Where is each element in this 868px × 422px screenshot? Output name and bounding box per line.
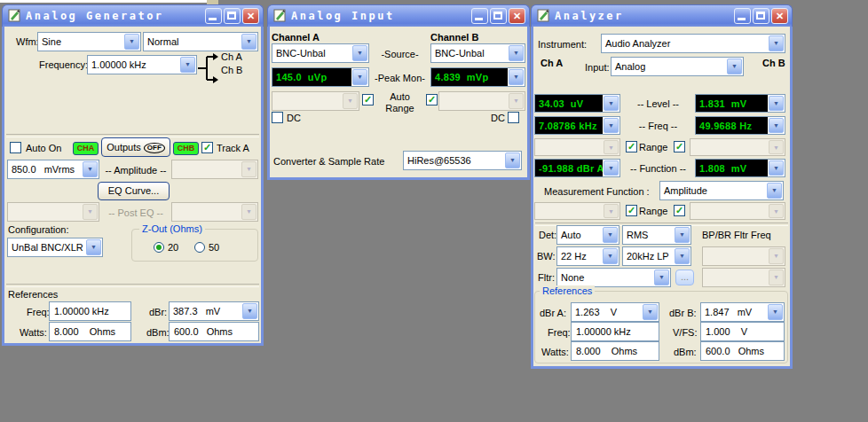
fltr-select[interactable]: None	[556, 268, 671, 287]
source-b-value: BNC-Unbal	[431, 44, 508, 62]
instrument-select[interactable]: Audio Analyzer	[601, 34, 785, 53]
ref-freq-input[interactable]: 1.00000 kHz	[571, 322, 659, 341]
bw-select[interactable]: 22 Hz	[556, 246, 619, 266]
dropdown-arrow-icon[interactable]	[769, 118, 784, 133]
measurement-function-value: Amplitude	[660, 182, 766, 199]
dc-a-checkbox[interactable]	[272, 112, 283, 123]
peak-monitor-b[interactable]: 4.839 mVp	[430, 67, 525, 87]
track-a-checkbox[interactable]	[201, 142, 213, 153]
dropdown-arrow-icon[interactable]	[505, 152, 520, 168]
dropdown-arrow-icon[interactable]	[727, 59, 742, 74]
auto-on-checkbox[interactable]	[10, 142, 21, 153]
analyzer-titlebar[interactable]: Analyzer ✕	[531, 4, 793, 27]
function-range-a-checkbox[interactable]	[626, 205, 637, 216]
source-a-select[interactable]: BNC-Unbal	[272, 43, 369, 63]
dropdown-arrow-icon[interactable]	[241, 34, 256, 50]
maximize-button[interactable]	[490, 8, 507, 24]
dropdown-arrow-icon[interactable]	[767, 183, 782, 199]
dropdown-arrow-icon[interactable]	[242, 303, 257, 319]
close-button[interactable]: ✕	[242, 8, 259, 24]
dropdown-arrow-icon[interactable]	[769, 96, 784, 111]
ref-dbr-select[interactable]: 387.3 mV	[169, 301, 259, 321]
detector-select[interactable]: Auto	[556, 225, 619, 245]
minimize-icon	[738, 18, 746, 20]
dropdown-arrow-icon[interactable]	[180, 57, 195, 73]
analog-input-titlebar[interactable]: Analog Input ✕	[267, 4, 530, 27]
eq-curve-button[interactable]: EQ Curve...	[98, 182, 170, 200]
converter-select[interactable]: HiRes@65536	[403, 151, 522, 170]
minimize-button[interactable]	[471, 8, 488, 24]
amplitude-a-select[interactable]: 850.0 mVrms	[7, 160, 99, 179]
waveform-select[interactable]: Sine	[37, 32, 141, 51]
dropdown-arrow-icon[interactable]	[124, 34, 139, 50]
dropdown-arrow-icon[interactable]	[675, 227, 690, 243]
dropdown-arrow-icon[interactable]	[509, 69, 524, 85]
zout-50-radio[interactable]	[194, 242, 205, 253]
dc-b-checkbox[interactable]	[508, 112, 519, 123]
dropdown-arrow-icon[interactable]	[603, 248, 618, 264]
dropdown-arrow-icon[interactable]	[675, 248, 690, 264]
ref-dbra-select[interactable]: 1.263 V	[571, 302, 659, 322]
ref-dbm-input[interactable]: 600.0 Ohms	[700, 341, 785, 361]
ref-vfs-input[interactable]: 1.000 V	[700, 322, 785, 341]
minimize-button[interactable]	[734, 8, 751, 24]
dropdown-arrow-icon[interactable]	[83, 161, 98, 177]
ref-watts-label: Watts:	[541, 347, 569, 358]
peak-monitor-a[interactable]: 145.0 uVp	[272, 67, 369, 87]
measurement-function-select[interactable]: Amplitude	[659, 181, 784, 200]
minimize-button[interactable]	[205, 8, 222, 24]
detector-value: Auto	[557, 226, 602, 244]
dropdown-arrow-icon[interactable]	[86, 239, 101, 255]
close-button[interactable]: ✕	[771, 8, 788, 24]
ref-dbm-input[interactable]: 600.0 Ohms	[169, 322, 259, 341]
channel-b-output-button[interactable]: CHB	[173, 142, 199, 155]
freq-meter-b[interactable]: 49.9688 Hz	[695, 116, 785, 135]
range-b-checkbox[interactable]	[674, 141, 685, 152]
dropdown-arrow-icon[interactable]	[604, 118, 619, 133]
channel-a-output-button[interactable]: CHA	[73, 142, 99, 155]
minimize-icon	[475, 18, 483, 20]
freq-meter-a[interactable]: 7.08786 kHz	[534, 116, 620, 135]
dropdown-arrow-icon[interactable]	[769, 35, 784, 51]
detector-type-select[interactable]: RMS	[622, 225, 691, 245]
maximize-button[interactable]	[753, 8, 769, 24]
dropdown-arrow-icon[interactable]	[768, 304, 783, 320]
ref-watts-input[interactable]: 8.000 Ohms	[49, 322, 131, 341]
ref-dbrb-select[interactable]: 1.847 mV	[700, 302, 785, 322]
dropdown-arrow-icon[interactable]	[603, 227, 618, 243]
analog-generator-titlebar[interactable]: Analog Generator ✕	[2, 4, 264, 27]
dropdown-arrow-icon[interactable]	[769, 160, 784, 176]
function-meter-a[interactable]: -91.988 dBr A	[534, 159, 620, 177]
bw-type-select[interactable]: 20kHz LP	[622, 246, 691, 266]
fltr-browse-button[interactable]: ...	[675, 270, 694, 285]
outputs-button[interactable]: Outputs OFF	[101, 137, 170, 157]
level-meter-b[interactable]: 1.831 mV	[695, 94, 785, 113]
maximize-button[interactable]	[224, 8, 241, 24]
range-a-checkbox[interactable]	[626, 141, 637, 152]
dropdown-arrow-icon[interactable]	[604, 96, 619, 111]
close-button[interactable]: ✕	[509, 8, 525, 24]
dropdown-arrow-icon[interactable]	[352, 69, 367, 85]
dropdown-arrow-icon	[241, 161, 256, 177]
converter-value: HiRes@65536	[404, 152, 504, 169]
dropdown-arrow-icon[interactable]	[352, 45, 367, 61]
function-a-value: -91.988 dBr A	[535, 160, 603, 176]
source-b-select[interactable]: BNC-Unbal	[430, 43, 525, 63]
waveform-mode-select[interactable]: Normal	[143, 32, 258, 51]
dropdown-arrow-icon[interactable]	[643, 304, 658, 320]
function-range-b-checkbox[interactable]	[674, 205, 685, 216]
function-b-value: 1.808 mV	[696, 160, 768, 176]
frequency-select[interactable]: 1.00000 kHz	[87, 55, 197, 74]
function-meter-b[interactable]: 1.808 mV	[695, 159, 785, 177]
ref-watts-input[interactable]: 8.000 Ohms	[571, 341, 659, 361]
analyzer-input-select[interactable]: Analog	[611, 57, 744, 76]
dropdown-arrow-icon[interactable]	[509, 45, 524, 61]
auto-range-b-checkbox[interactable]	[426, 94, 438, 106]
dropdown-arrow-icon[interactable]	[654, 270, 669, 285]
level-meter-a[interactable]: 34.03 uV	[534, 94, 620, 113]
dropdown-arrow-icon[interactable]	[604, 160, 619, 176]
ref-freq-input[interactable]: 1.00000 kHz	[49, 301, 131, 321]
auto-range-a-checkbox[interactable]	[362, 94, 374, 106]
zout-20-radio[interactable]	[154, 242, 164, 253]
configuration-select[interactable]: UnBal BNC/XLR	[7, 238, 103, 257]
